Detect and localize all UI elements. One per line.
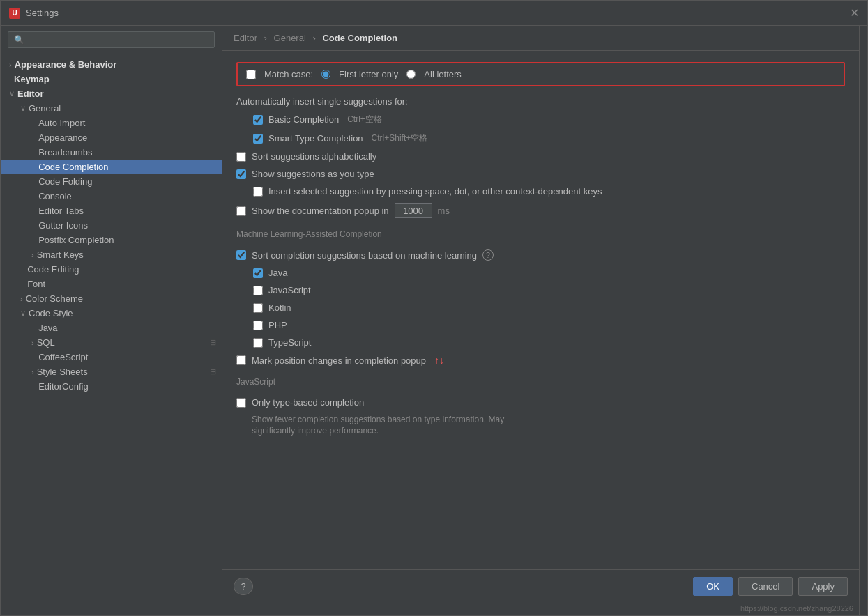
spacer-icon bbox=[31, 383, 36, 391]
only-type-row: Only type-based completion bbox=[236, 397, 845, 408]
only-type-label: Only type-based completion bbox=[252, 397, 364, 408]
search-input[interactable] bbox=[8, 31, 215, 48]
footer: ? OK Cancel Apply bbox=[222, 569, 859, 603]
sidebar-item-style-sheets[interactable]: › Style Sheets ⊞ bbox=[1, 364, 222, 379]
kotlin-checkbox[interactable] bbox=[253, 303, 263, 313]
sidebar-item-appearance-behavior[interactable]: › Appearance & Behavior bbox=[1, 57, 222, 72]
sidebar-item-general[interactable]: ∨ General bbox=[1, 101, 222, 116]
show-doc-popup-label: Show the documentation popup in bbox=[252, 206, 389, 216]
chevron-down-icon: ∨ bbox=[9, 89, 15, 98]
sidebar-item-label: SQL bbox=[37, 337, 55, 348]
sidebar-item-auto-import[interactable]: Auto Import bbox=[1, 116, 222, 130]
sidebar-item-editor-tabs[interactable]: Editor Tabs bbox=[1, 203, 222, 218]
sidebar-item-label: Smart Keys bbox=[37, 249, 84, 260]
sidebar-item-code-editing[interactable]: Code Editing bbox=[1, 262, 222, 277]
sidebar-item-font[interactable]: Font bbox=[1, 277, 222, 291]
chevron-right-icon: › bbox=[9, 61, 12, 69]
sidebar-item-keymap[interactable]: Keymap bbox=[1, 72, 222, 86]
sidebar-item-color-scheme[interactable]: › Color Scheme bbox=[1, 291, 222, 306]
close-button[interactable]: ✕ bbox=[850, 6, 859, 20]
sidebar-item-code-completion[interactable]: Code Completion bbox=[1, 160, 222, 174]
basic-completion-checkbox[interactable] bbox=[253, 115, 263, 125]
schema-icon: ⊞ bbox=[210, 367, 216, 376]
spacer-icon bbox=[31, 119, 36, 128]
cancel-button[interactable]: Cancel bbox=[738, 577, 793, 596]
breadcrumb-part1: Editor bbox=[234, 33, 257, 43]
sidebar-item-label: Appearance bbox=[38, 132, 87, 143]
match-case-row: Match case: First letter only All letter… bbox=[236, 62, 845, 86]
only-type-note2: significantly improve performance. bbox=[252, 426, 845, 436]
sidebar-item-label: EditorConfig bbox=[38, 381, 89, 392]
help-button[interactable]: ? bbox=[234, 578, 253, 595]
sidebar-item-sql[interactable]: › SQL ⊞ bbox=[1, 335, 222, 350]
spacer-icon bbox=[9, 75, 11, 84]
spacer-icon bbox=[31, 192, 36, 201]
sort-alpha-checkbox[interactable] bbox=[236, 152, 246, 162]
chevron-right-icon: › bbox=[20, 295, 23, 303]
show-doc-popup-checkbox[interactable] bbox=[236, 206, 246, 216]
php-label: PHP bbox=[268, 320, 287, 330]
spacer-icon bbox=[20, 280, 24, 288]
match-case-checkbox[interactable] bbox=[246, 70, 256, 79]
spacer-icon bbox=[31, 207, 36, 215]
smart-completion-row: Smart Type Completion Ctrl+Shift+空格 bbox=[236, 132, 845, 144]
sidebar-item-coffeescript[interactable]: CoffeeScript bbox=[1, 350, 222, 364]
show-as-you-type-label: Show suggestions as you type bbox=[252, 169, 374, 179]
all-letters-radio[interactable] bbox=[406, 70, 416, 79]
doc-popup-ms-input[interactable] bbox=[395, 203, 432, 218]
sidebar-item-gutter-icons[interactable]: Gutter Icons bbox=[1, 218, 222, 233]
all-letters-label: All letters bbox=[424, 69, 461, 79]
show-as-you-type-row: Show suggestions as you type bbox=[236, 169, 845, 179]
watermark: https://blog.csdn.net/zhang28226 bbox=[222, 603, 859, 615]
javascript-label: JavaScript bbox=[268, 285, 311, 295]
sidebar: › Appearance & Behavior Keymap ∨ Editor … bbox=[1, 26, 222, 615]
sidebar-item-label: Postfix Completion bbox=[38, 235, 114, 245]
spacer-icon bbox=[31, 324, 36, 332]
sidebar-item-postfix-completion[interactable]: Postfix Completion bbox=[1, 233, 222, 247]
help-icon[interactable]: ? bbox=[482, 249, 494, 261]
smart-completion-checkbox[interactable] bbox=[253, 134, 263, 144]
sidebar-item-label: Code Folding bbox=[38, 176, 92, 187]
only-type-note1: Show fewer completion suggestions based … bbox=[252, 415, 845, 424]
main-panel: Editor › General › Code Completion Match… bbox=[222, 26, 859, 615]
ok-button[interactable]: OK bbox=[693, 577, 733, 596]
sidebar-item-code-style[interactable]: ∨ Code Style bbox=[1, 306, 222, 321]
sidebar-item-appearance[interactable]: Appearance bbox=[1, 130, 222, 145]
sidebar-item-code-folding[interactable]: Code Folding bbox=[1, 174, 222, 189]
java-checkbox[interactable] bbox=[253, 268, 263, 278]
sidebar-item-java[interactable]: Java bbox=[1, 321, 222, 335]
scrollbar-right[interactable] bbox=[859, 26, 867, 615]
mark-position-checkbox[interactable] bbox=[236, 355, 246, 365]
sidebar-item-label: Appearance & Behavior bbox=[15, 59, 117, 70]
sidebar-item-editorconfig[interactable]: EditorConfig bbox=[1, 379, 222, 394]
mark-position-label: Mark position changes in completion popu… bbox=[252, 355, 426, 366]
basic-completion-label: Basic Completion bbox=[268, 114, 339, 125]
insert-selected-label: Insert selected suggestion by pressing s… bbox=[268, 186, 602, 197]
sidebar-item-editor[interactable]: ∨ Editor bbox=[1, 86, 222, 101]
javascript-checkbox[interactable] bbox=[253, 286, 263, 295]
basic-completion-row: Basic Completion Ctrl+空格 bbox=[236, 114, 845, 125]
only-type-checkbox[interactable] bbox=[236, 398, 246, 408]
sidebar-item-breadcrumbs[interactable]: Breadcrumbs bbox=[1, 145, 222, 160]
sidebar-item-label: Java bbox=[38, 323, 57, 333]
sidebar-item-console[interactable]: Console bbox=[1, 189, 222, 203]
spacer-icon bbox=[31, 148, 36, 157]
sort-ml-label: Sort completion suggestions based on mac… bbox=[252, 250, 477, 261]
sort-ml-checkbox[interactable] bbox=[236, 250, 246, 260]
typescript-checkbox[interactable] bbox=[253, 338, 263, 348]
apply-button[interactable]: Apply bbox=[798, 577, 848, 596]
sidebar-item-label: Editor Tabs bbox=[38, 206, 84, 216]
insert-selected-checkbox[interactable] bbox=[253, 187, 263, 197]
sidebar-item-label: Keymap bbox=[14, 74, 50, 84]
php-checkbox[interactable] bbox=[253, 321, 263, 330]
sort-alpha-row: Sort suggestions alphabetically bbox=[236, 151, 845, 162]
auto-insert-label: Automatically insert single suggestions … bbox=[236, 96, 408, 107]
sidebar-item-smart-keys[interactable]: › Smart Keys bbox=[1, 247, 222, 262]
search-box bbox=[1, 26, 222, 54]
chevron-right-icon: › bbox=[31, 339, 34, 347]
footer-left: ? bbox=[234, 578, 253, 595]
sort-ml-row: Sort completion suggestions based on mac… bbox=[236, 249, 845, 261]
show-as-you-type-checkbox[interactable] bbox=[236, 169, 246, 179]
first-letter-radio[interactable] bbox=[321, 70, 330, 79]
typescript-row: TypeScript bbox=[236, 337, 845, 348]
